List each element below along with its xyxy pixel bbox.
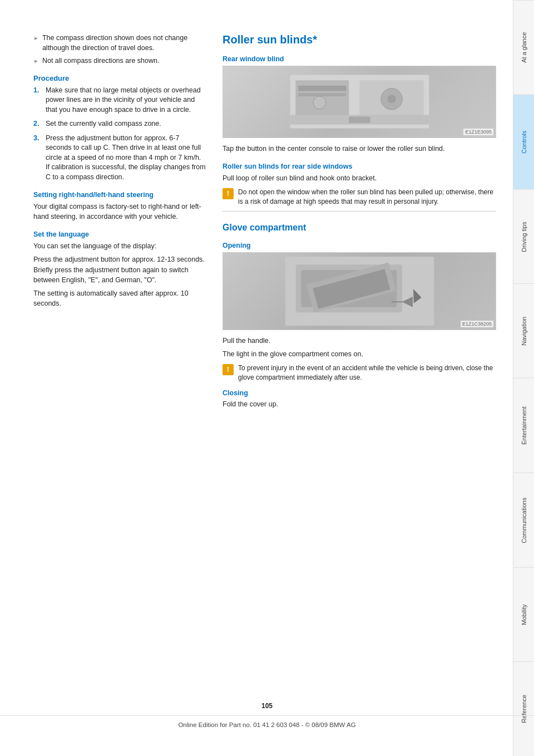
bullet-text-2: Not all compass directions are shown. [42,56,160,66]
page-wrapper: ► The compass direction shown does not c… [0,0,534,756]
svg-rect-9 [349,117,370,124]
language-text2: Press the adjustment button for approx. … [33,254,206,284]
opening-warning-text: To prevent injury in the event of an acc… [238,364,496,382]
procedure-list: 1. Make sure that no large metal objects… [33,86,206,183]
right-column: Roller sun blinds* Rear window blind E1Z… [222,33,496,734]
glove-compartment-image: E1Z1C38205 [222,252,496,330]
bullet-arrow-1: ► [33,35,39,53]
step-text-2: Set the currently valid compass zone. [46,119,161,129]
bullet-item-1: ► The compass direction shown does not c… [33,33,206,53]
opening-heading: Opening [222,242,496,249]
sidebar-tab-entertainment[interactable]: Entertainment [513,378,534,473]
sidebar-tab-communications[interactable]: Communications [513,473,534,567]
svg-rect-2 [298,86,346,91]
divider-1 [222,211,496,212]
language-text1: You can set the language of the display: [33,241,206,251]
step-1: 1. Make sure that no large metal objects… [33,86,206,115]
setting-heading: Setting right-hand/left-hand steering [33,191,206,199]
roller-blind-image: E1Z1E3095 [222,66,496,138]
roller-side-heading: Roller sun blinds for rear side windows [222,163,496,170]
svg-point-4 [313,96,325,109]
bullet-arrow-2: ► [33,57,39,66]
step-text-3: Press the adjustment button for approx. … [46,134,206,183]
bullet-text-1: The compass direction shown does not cha… [42,33,206,53]
opening-text2: The light in the glove compartment comes… [222,349,496,359]
warning-icon-1: ! [222,188,234,199]
step-num-3: 3. [33,134,41,183]
warning-icon-2: ! [222,364,234,375]
image1-id: E1Z1E3095 [463,129,493,135]
page-number: 105 [0,702,534,710]
main-content: ► The compass direction shown does not c… [0,0,513,756]
opening-warning-box: ! To prevent injury in the event of an a… [222,364,496,382]
step-2: 2. Set the currently valid compass zone. [33,119,206,129]
image2-id: E1Z1C38205 [461,321,493,327]
procedure-heading: Procedure [33,74,206,82]
setting-text: Your digital compass is factory-set to r… [33,202,206,222]
rear-window-text: Tap the button in the center console to … [222,144,496,154]
svg-point-7 [387,95,395,104]
glove-title: Glove compartment [222,223,496,233]
closing-heading: Closing [222,389,496,397]
left-column: ► The compass direction shown does not c… [33,33,206,734]
step-num-2: 2. [33,119,41,129]
sidebar-tab-navigation[interactable]: Navigation [513,283,534,378]
sidebar-tab-driving-tips[interactable]: Driving tips [513,189,534,284]
svg-rect-3 [298,94,346,97]
step-3: 3. Press the adjustment button for appro… [33,134,206,183]
roller-warning-text: Do not open the window when the roller s… [238,188,496,207]
footer: 105 Online Edition for Part no. 01 41 2 … [0,702,534,739]
bullet-item-2: ► Not all compass directions are shown. [33,56,206,66]
sidebar-tab-mobility[interactable]: Mobility [513,567,534,662]
step-text-1: Make sure that no large metal objects or… [46,86,206,115]
opening-text1: Pull the handle. [222,336,496,346]
language-text3: The setting is automatically saved after… [33,288,206,308]
language-heading: Set the language [33,230,206,238]
roller-warning-box: ! Do not open the window when the roller… [222,188,496,207]
closing-text: Fold the cover up. [222,399,496,409]
step-num-1: 1. [33,86,41,115]
rear-window-heading: Rear window blind [222,55,496,63]
roller-side-text: Pull loop of roller sun blind and hook o… [222,173,496,183]
glove-compartment-svg [237,257,482,326]
sidebar-tab-at-a-glance[interactable]: At a glance [513,0,534,95]
sidebar-tab-controls[interactable]: Controls [513,95,534,189]
roller-title: Roller sun blinds* [222,33,496,46]
footer-copyright: Online Edition for Part no. 01 41 2 603 … [0,715,534,739]
roller-blind-svg [237,70,482,134]
sidebar: At a glance Controls Driving tips Naviga… [513,0,534,756]
